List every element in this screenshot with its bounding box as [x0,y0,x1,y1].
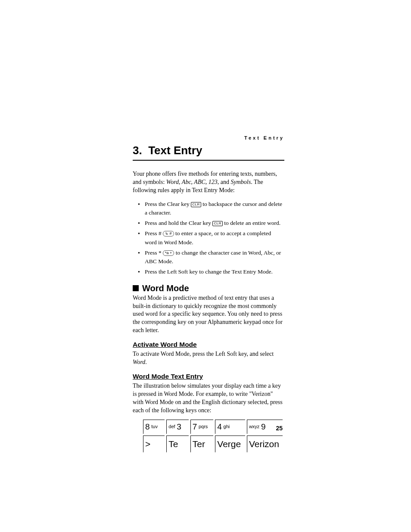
square-bullet-icon [133,285,139,291]
display-cell: > [143,436,165,452]
key-digit: 9 [261,422,266,432]
star-key-icon: *a + [163,250,174,256]
intro-paragraph: Your phone offers five methods for enter… [133,170,284,195]
list-item: Press and hold the Clear key CLR to dele… [133,219,284,227]
chapter-name: Text Entry [148,144,202,157]
intro-modes: Word, Abc, ABC, 123 [166,179,218,185]
key-letters: wxyz [249,424,259,429]
key-sequence-table: 8 tuv def 3 7 pqrs 4 ghi wxyz 9 > Te Ter… [141,418,284,454]
display-cell: Te [166,436,188,452]
word-mode-heading: Word Mode [133,283,284,293]
text: Press * [145,249,163,256]
key-letters: def [168,424,175,429]
entry-heading: Word Mode Text Entry [133,373,284,380]
key-cell: 4 ghi [215,420,245,434]
text: . [145,359,147,365]
text: Press # [145,230,163,236]
word-mode-body: Word Mode is a predictive method of text… [133,294,284,335]
text: Press the Left Soft key to change the Te… [145,268,273,275]
chapter-number: 3. [133,144,142,157]
clr-key-icon: CLR [212,221,223,226]
key-cell: 8 tuv [143,420,165,434]
text: to delete an entire word. [223,220,280,226]
display-cell: Verizon [247,436,283,452]
activate-body: To activate Word Mode, press the Left So… [133,350,284,367]
text: Press the Clear key [145,201,191,207]
clr-key-icon: CLR [191,202,201,207]
list-item: Press the Left Soft key to change the Te… [133,268,284,276]
key-letters: pqrs [199,424,208,429]
key-cell: def 3 [166,420,188,434]
display-cell: Verge [215,436,245,452]
key-digit: 8 [145,422,150,432]
key-digit: 3 [177,422,181,432]
activate-heading: Activate Word Mode [133,341,284,348]
word-emphasis: Word [133,359,145,365]
list-item: Press # ↳ # to enter a space, or to acce… [133,229,284,247]
display-cell: Ter [190,436,214,452]
key-digit: 4 [217,422,222,432]
text: Press and hold the Clear key [145,220,212,226]
rules-list: Press the Clear key CLR to backspace the… [133,200,284,277]
list-item: Press the Clear key CLR to backspace the… [133,200,284,218]
heading-text: Word Mode [142,283,189,293]
page: Text Entry 3. Text Entry Your phone offe… [0,0,411,532]
chapter-rule [133,160,284,161]
key-letters: tuv [151,424,158,429]
table-row-display: > Te Ter Verge Verizon [143,436,283,452]
page-number: 25 [276,425,283,432]
entry-body: The illustration below simulates your di… [133,382,284,415]
chapter-title: 3. Text Entry [133,144,284,160]
running-head: Text Entry [133,135,284,140]
list-item: Press * *a + to change the character cas… [133,249,284,266]
intro-modes2: Symbols [231,179,251,185]
key-cell: 7 pqrs [190,420,214,434]
key-digit: 7 [193,422,197,432]
hash-key-icon: ↳ # [163,231,174,236]
text: To activate Word Mode, press the Left So… [133,351,274,357]
key-letters: ghi [224,424,230,429]
content-column: Text Entry 3. Text Entry Your phone offe… [133,135,284,454]
intro-text: , and [218,179,231,185]
table-row-keys: 8 tuv def 3 7 pqrs 4 ghi wxyz 9 [143,420,283,434]
